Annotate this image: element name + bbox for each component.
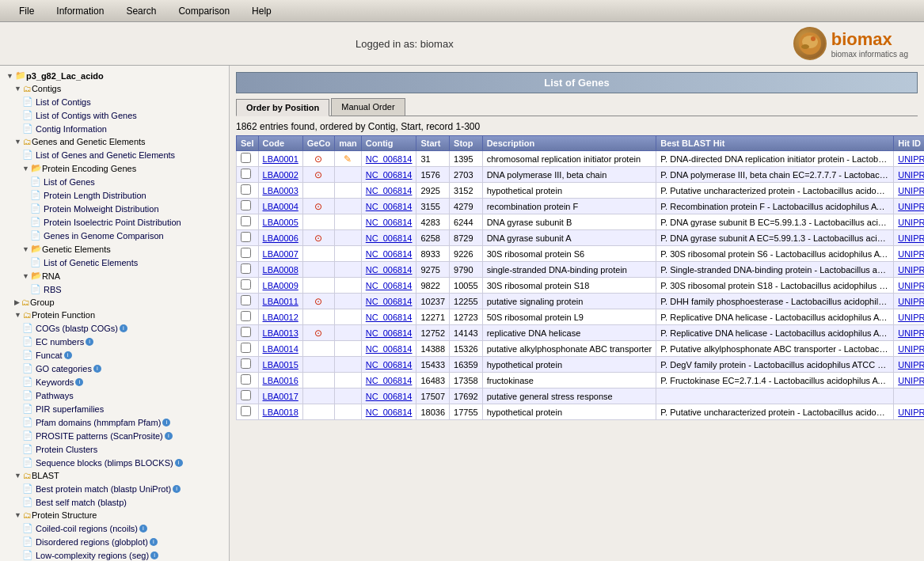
link-protein-length[interactable]: Protein Length Distribution: [44, 191, 146, 200]
hit-id-link[interactable]: UNIPROT:C2HKJ4: [898, 313, 924, 322]
gene-code-link[interactable]: LBA0009: [263, 281, 298, 290]
link-rbs[interactable]: RBS: [44, 285, 62, 294]
row-checkbox[interactable]: [241, 390, 251, 400]
sidebar-rna[interactable]: ▼ 📂 RNA: [0, 269, 229, 282]
info-icon-seqblocks[interactable]: i: [175, 459, 183, 467]
info-icon-blast1[interactable]: i: [173, 485, 181, 493]
sidebar-protein-iso[interactable]: 📄 Protein Isoelectric Point Distribution: [0, 215, 229, 229]
info-icon-cc[interactable]: i: [139, 525, 147, 533]
contig-link[interactable]: NC_006814: [366, 392, 413, 401]
sidebar-genes-group[interactable]: ▼ 🗂 Genes and Genetic Elements: [0, 135, 229, 148]
hit-id-link[interactable]: UNIPROT:C2HKJ1: [898, 360, 924, 370]
expander-group[interactable]: ▶: [14, 298, 20, 306]
sidebar-rbs[interactable]: 📄 RBS: [0, 282, 229, 296]
sidebar-list-genes[interactable]: 📄 List of Genes: [0, 175, 229, 188]
sidebar-pathways[interactable]: 📄 Pathways: [0, 389, 229, 402]
menu-file[interactable]: File: [8, 2, 45, 20]
sidebar-go[interactable]: 📄 GO categories i: [0, 362, 229, 375]
row-checkbox[interactable]: [241, 311, 251, 321]
sidebar-keywords[interactable]: 📄 Keywords i: [0, 375, 229, 389]
expander-protein-encoding[interactable]: ▼: [22, 165, 29, 172]
row-checkbox[interactable]: [241, 374, 251, 385]
link-ec-numbers[interactable]: EC numbers: [36, 337, 84, 347]
sidebar-seq-blocks[interactable]: 📄 Sequence blocks (blimps BLOCKS) i: [0, 456, 229, 469]
geco-icon[interactable]: ⊙: [314, 328, 322, 339]
row-checkbox[interactable]: [241, 184, 251, 195]
gene-code-link[interactable]: LBA0008: [263, 265, 298, 275]
gene-code-link[interactable]: LBA0003: [263, 186, 298, 195]
info-icon-pfam[interactable]: i: [162, 419, 170, 426]
manual-edit-icon[interactable]: ✎: [344, 154, 352, 165]
sidebar-contig-info[interactable]: 📄 Contig Information: [0, 122, 229, 135]
link-list-genetic-elements[interactable]: List of Genetic Elements: [44, 258, 138, 267]
hit-id-link[interactable]: UNIPROT:Q5FN13: [898, 186, 924, 195]
info-icon-prosite[interactable]: i: [165, 432, 173, 440]
info-icon-ec[interactable]: i: [86, 338, 93, 346]
sidebar-list-genetic-elements[interactable]: 📄 List of Genetic Elements: [0, 256, 229, 269]
contig-link[interactable]: NC_006814: [366, 328, 413, 338]
link-list-genes[interactable]: List of Genes: [44, 177, 95, 187]
geco-icon[interactable]: ⊙: [314, 154, 322, 165]
sidebar-disordered[interactable]: 📄 Disordered regions (globplot) i: [0, 535, 229, 548]
gene-code-link[interactable]: LBA0014: [263, 344, 298, 354]
gene-code-link[interactable]: LBA0011: [263, 297, 298, 306]
sidebar-prosite[interactable]: 📄 PROSITE patterns (ScanProsite) i: [0, 429, 229, 442]
geco-icon[interactable]: ⊙: [314, 296, 322, 307]
hit-id-link[interactable]: UNIPROT:C2HKK0: [898, 218, 924, 227]
hit-id-link[interactable]: UNIPROT:Q5FN03: [898, 344, 924, 354]
sidebar-cogs[interactable]: 📄 COGs (blastp COGs) i: [0, 321, 229, 335]
gene-code-link[interactable]: LBA0013: [263, 328, 298, 338]
row-checkbox[interactable]: [241, 327, 251, 337]
contig-link[interactable]: NC_006814: [366, 233, 413, 243]
expander-genetic-elements[interactable]: ▼: [22, 245, 29, 253]
sidebar-list-genes-genetic[interactable]: 📄 List of Genes and Genetic Elements: [0, 148, 229, 161]
sidebar-pir[interactable]: 📄 PIR superfamilies: [0, 402, 229, 415]
contig-link[interactable]: NC_006814: [366, 154, 413, 164]
hit-id-link[interactable]: UNIPROT:C2HKJ5: [898, 297, 924, 306]
expander-contigs[interactable]: ▼: [14, 85, 21, 93]
sidebar-protein-encoding[interactable]: ▼ 📂 Protein Encoding Genes: [0, 161, 229, 175]
link-pathways[interactable]: Pathways: [36, 391, 74, 400]
hit-id-link[interactable]: UNIPROT:C2HKJ3: [898, 328, 924, 338]
link-genes-genome[interactable]: Genes in Genome Comparison: [44, 231, 164, 241]
menu-information[interactable]: Information: [45, 2, 115, 20]
hit-id-link[interactable]: UNIPROT:C2HKK3: [898, 170, 924, 180]
gene-code-link[interactable]: LBA0002: [263, 170, 298, 180]
sidebar-protein-clusters[interactable]: 📄 Protein Clusters: [0, 442, 229, 456]
gene-code-link[interactable]: LBA0001: [263, 154, 298, 164]
row-checkbox[interactable]: [241, 406, 251, 416]
contig-link[interactable]: NC_006814: [366, 360, 413, 370]
info-icon-dis[interactable]: i: [150, 538, 158, 546]
link-pfam[interactable]: Pfam domains (hmmpfam Pfam): [36, 418, 161, 427]
info-icon-cogs[interactable]: i: [120, 324, 127, 332]
contig-link[interactable]: NC_006814: [366, 265, 413, 275]
row-checkbox[interactable]: [241, 295, 251, 305]
sidebar-genes-genome[interactable]: 📄 Genes in Genome Comparison: [0, 229, 229, 242]
row-checkbox[interactable]: [241, 263, 251, 274]
sidebar-item-contigs-group[interactable]: ▼ 🗂 Contigs: [0, 82, 229, 95]
contig-link[interactable]: NC_006814: [366, 297, 413, 306]
gene-code-link[interactable]: LBA0006: [263, 233, 298, 243]
hit-id-link[interactable]: UNIPROT:C2HKK1: [898, 202, 924, 211]
row-checkbox[interactable]: [241, 248, 251, 258]
link-go[interactable]: GO categories: [36, 364, 92, 373]
sidebar-low-complexity[interactable]: 📄 Low-complexity regions (seg) i: [0, 548, 229, 561]
sidebar-root[interactable]: ▼ 📁 p3_g82_Lac_acido: [0, 69, 229, 82]
contig-link[interactable]: NC_006814: [366, 170, 413, 180]
contig-link[interactable]: NC_006814: [366, 249, 413, 259]
expander-blast[interactable]: ▼: [14, 472, 21, 480]
hit-id-link[interactable]: UNIPROT:C2HKJ9: [898, 233, 924, 243]
link-disordered[interactable]: Disordered regions (globplot): [36, 537, 148, 547]
hit-id-link[interactable]: UNIPROT:C2HKK4: [898, 154, 924, 164]
gene-code-link[interactable]: LBA0015: [263, 360, 298, 370]
sidebar-list-contigs-genes[interactable]: 📄 List of Contigs with Genes: [0, 108, 229, 122]
expander-rna[interactable]: ▼: [22, 272, 29, 280]
link-contig-info[interactable]: Contig Information: [36, 124, 107, 134]
contig-link[interactable]: NC_006814: [366, 344, 413, 354]
tab-manual-order[interactable]: Manual Order: [331, 98, 405, 116]
link-list-genes-genetic[interactable]: List of Genes and Genetic Elements: [36, 150, 175, 160]
hit-id-link[interactable]: UNIPROT:C2ENV7: [898, 281, 924, 290]
sidebar-genetic-elements[interactable]: ▼ 📂 Genetic Elements: [0, 242, 229, 256]
row-checkbox[interactable]: [241, 358, 251, 369]
sidebar-best-self-match[interactable]: 📄 Best self match (blastp): [0, 495, 229, 509]
